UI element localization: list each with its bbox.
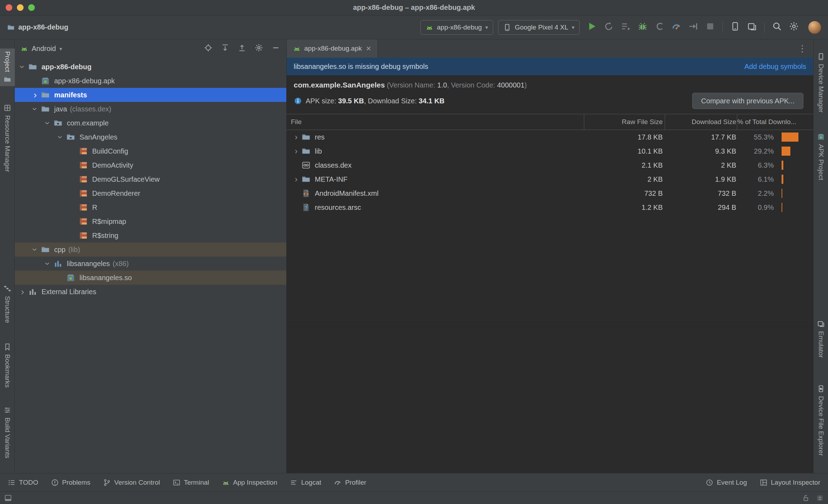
avatar[interactable] [808,21,821,34]
class-icon [79,189,88,198]
column-header-raw-size[interactable]: Raw File Size [584,114,665,130]
editor-tab[interactable]: app-x86-debug.apk × [287,39,378,58]
tree-item-external-libraries[interactable]: ›External Libraries [15,285,286,299]
toolwindow-button-bookmarks[interactable]: Bookmarks [0,340,15,390]
tree-item-app-x86-debug-apk[interactable]: app-x86-debug.apk [15,74,286,88]
tree-item-r-string[interactable]: R$string [15,228,286,243]
toolwindow-button-logcat[interactable]: Logcat [290,479,321,486]
profiler-button[interactable] [669,20,684,35]
tree-item-label: libsanangeles.so [79,274,132,282]
column-header-file[interactable]: File [287,114,584,130]
notifications-icon[interactable] [816,494,824,502]
expand-arrow-icon[interactable]: › [43,258,52,269]
toolwindow-button-terminal[interactable]: Terminal [173,479,209,486]
status-bar [0,491,828,504]
close-window-button[interactable] [6,4,12,11]
toolwindow-button-version-control[interactable]: Version Control [103,479,160,486]
tree-item-libsanangeles[interactable]: ›libsanangeles (x86) [15,257,286,271]
chevron-down-icon[interactable]: ▾ [59,46,62,51]
hide-button[interactable] [271,44,281,53]
toolwindow-button-project[interactable]: Project [0,49,15,86]
expand-arrow-icon[interactable]: › [18,61,27,72]
compare-apk-button[interactable]: Compare with previous APK... [692,93,803,109]
profiler-gray-icon [334,479,342,486]
project-name[interactable]: app-x86-debug [7,23,68,31]
tree-item-label: cpp [54,246,65,254]
tree-item-buildconfig[interactable]: BuildConfig [15,144,286,158]
toolwindow-button-resource-manager[interactable]: Resource Manager [0,101,15,175]
apk-table-row-res[interactable]: › res 17.8 KB 17.7 KB 55.3% [287,130,813,144]
apk-table-row-lib[interactable]: › lib 10.1 KB 9.3 KB 29.2% [287,144,813,158]
toolwindow-button-apk-project[interactable]: APK Project [814,130,828,183]
toolwindow-button-todo[interactable]: TODO [8,479,38,486]
expand-arrow-icon[interactable]: › [31,244,40,255]
expand-arrow-icon[interactable]: › [56,131,65,143]
toolwindow-button-emulator[interactable]: Emulator [814,317,828,361]
expand-arrow-icon[interactable]: › [17,287,28,296]
debug-button[interactable] [635,20,650,35]
expand-arrow-icon[interactable]: › [291,175,301,183]
rerun-button[interactable] [601,20,616,35]
minimize-window-button[interactable] [17,4,24,11]
add-debug-symbols-link[interactable]: Add debug symbols [744,63,806,71]
apk-table-row-meta-inf[interactable]: › META-INF 2 KB 1.9 KB 6.1% [287,172,813,186]
tab-options-icon[interactable]: ⋮ [798,43,813,54]
collapse-all-button[interactable] [237,44,247,53]
apk-table-row-classes-dex[interactable]: classes.dex 2.1 KB 2 KB 6.3% [287,158,813,172]
expand-all-button[interactable] [220,44,230,53]
tree-item-app-x86-debug[interactable]: ›app-x86-debug [15,60,286,74]
apk-table-row-androidmanifest-xml[interactable]: AndroidManifest.xml 732 B 732 B 2.2% [287,186,813,200]
toolwindow-button-build-variants[interactable]: Build Variants [0,403,15,461]
project-view-mode[interactable]: Android [32,45,56,53]
zoom-window-button[interactable] [28,4,35,11]
toolwindow-button-device-manager[interactable]: Device Manager [814,50,828,115]
run-configuration-select[interactable]: app-x86-debug ▾ [420,20,493,35]
column-header-download-size[interactable]: Download Size [665,114,737,130]
toolwindow-button-structure[interactable]: Structure [0,282,15,326]
toolwindow-toggle-icon[interactable] [4,494,12,502]
run-configurations-button[interactable] [618,20,633,35]
device-manager-button[interactable] [728,20,743,35]
virtual-devices-button[interactable] [745,20,759,35]
locate-button[interactable] [203,44,213,53]
tree-item-r-mipmap[interactable]: R$mipmap [15,214,286,228]
settings-button[interactable] [786,20,801,35]
toolwindow-button-label: Version Control [114,479,160,486]
tree-item-label: java [54,105,67,113]
tree-item-cpp[interactable]: ›cpp (lib) [15,243,286,257]
tree-item-com-example[interactable]: ›com.example [15,116,286,130]
column-header-percent[interactable]: % of Total Downlo... [737,114,813,130]
tree-item-demoactivity[interactable]: DemoActivity [15,158,286,172]
tree-item-manifests[interactable]: ›manifests [15,88,286,102]
device-select[interactable]: Google Pixel 4 XL ▾ [498,20,580,35]
attach-debugger-button[interactable] [686,20,701,35]
settings-icon [789,21,799,33]
so-icon [66,273,75,282]
toolwindow-button-problems[interactable]: Problems [51,479,90,486]
coverage-button[interactable] [652,20,667,35]
toolwindow-button-app-inspection[interactable]: App Inspection [222,479,278,486]
tree-item-libsanangeles-so[interactable]: libsanangeles.so [15,271,286,285]
expand-arrow-icon[interactable]: › [291,147,301,155]
expand-arrow-icon[interactable]: › [43,117,52,129]
toolwindow-button-layout-inspector[interactable]: Layout Inspector [760,479,820,486]
tree-item-r[interactable]: R [15,200,286,214]
tree-item-demorenderer[interactable]: DemoRenderer [15,186,286,200]
run-button[interactable] [585,20,599,35]
toolwindow-button-device-file-explorer[interactable]: Device File Explorer [814,382,828,459]
toolwindow-button-event-log[interactable]: Event Log [706,479,747,486]
apk-table-row-resources-arsc[interactable]: resources.arsc 1.2 KB 294 B 0.9% [287,200,813,214]
tree-item-java[interactable]: ›java (classes.dex) [15,102,286,116]
write-lock-icon[interactable] [802,494,810,502]
tree-item-demoglsurfaceview[interactable]: DemoGLSurfaceView [15,172,286,186]
close-tab-icon[interactable]: × [366,44,371,53]
stop-button[interactable] [703,20,718,35]
tree-item-sanangeles[interactable]: ›SanAngeles [15,130,286,144]
apk-size-line: APK size: 39.5 KB, Download Size: 34.1 K… [287,90,813,114]
search-button[interactable] [770,20,784,35]
expand-arrow-icon[interactable]: › [31,103,40,115]
settings-button[interactable] [254,44,264,53]
expand-arrow-icon[interactable]: › [30,90,41,99]
expand-arrow-icon[interactable]: › [291,133,301,141]
toolwindow-button-profiler[interactable]: Profiler [334,479,366,486]
